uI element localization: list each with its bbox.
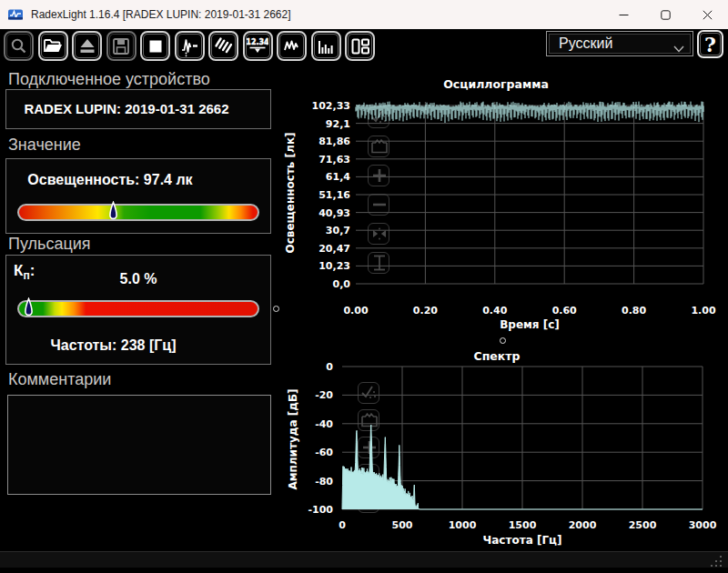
value-section-label: Значение [8, 136, 81, 154]
device-section-label: Подключенное устройство [8, 70, 210, 88]
oscillogram-ylabel: Освещенность [лк] [284, 132, 297, 253]
toolbar-layout-panels-button[interactable] [345, 31, 375, 61]
oscillogram-xtick: 0.80 [622, 305, 646, 317]
oscillogram-chart[interactable]: 102,3392,181,8671,6361,451,1640,9330,720… [282, 71, 721, 338]
spectrum-xtick: 1000 [449, 519, 477, 531]
oscillogram-title: Осциллограмма [443, 77, 549, 91]
oscillogram-ytick: 0,0 [333, 278, 351, 290]
minimize-button[interactable] [602, 0, 644, 29]
oscillogram-xtick: 1.00 [691, 305, 715, 317]
oscillogram-ytick: 61,4 [326, 171, 350, 183]
spectrum-xtick: 500 [392, 519, 413, 531]
spectrum-xtick: 2000 [569, 519, 597, 531]
splitter-dot [273, 306, 279, 312]
toolbar-zoom-window-button[interactable] [4, 31, 34, 61]
language-dropdown[interactable]: Русский [546, 31, 693, 56]
spectrum-xtick: 1500 [509, 519, 537, 531]
maximize-button[interactable] [644, 0, 686, 29]
titlebar: RadexLight 1.16.4 [RADEX LUPIN: 2019-01-… [0, 0, 728, 29]
chevron-down-icon [673, 40, 684, 56]
splitter-dot [500, 337, 506, 344]
illuminance-marker [108, 201, 118, 224]
pulsation-scale-bar [17, 300, 259, 317]
oscillogram-ytick: 10,23 [318, 260, 350, 272]
value-panel: Освещенность: 97.4 лк [5, 158, 271, 234]
oscillogram-ytick: 40,93 [318, 207, 350, 219]
app-icon [8, 7, 25, 22]
svg-text:12.34: 12.34 [247, 37, 268, 45]
illuminance-scale-bar [17, 204, 259, 221]
spectrum-ytick: -80 [315, 476, 333, 488]
spectrum-ytick: -20 [315, 389, 333, 401]
spectrum-ytick: -40 [315, 418, 333, 430]
toolbar-spectrogram-view-button[interactable] [208, 31, 238, 61]
oscillogram-xtick: 0.60 [552, 305, 577, 317]
oscillogram-ytick: 30,7 [326, 225, 350, 236]
pulsation-marker [24, 297, 34, 320]
spectrum-ytick: 0 [326, 361, 333, 373]
spectrum-xtick: 3000 [689, 519, 717, 531]
window-title: RadexLight 1.16.4 [RADEX LUPIN: 2019-01-… [31, 8, 291, 21]
toolbar-record-trace-button[interactable] [175, 31, 205, 61]
oscillogram-signal [356, 102, 703, 123]
comments-box[interactable] [7, 395, 271, 495]
device-panel: RADEX LUPIN: 2019-01-31 2662 [5, 89, 271, 129]
oscillogram-xtick: 0.20 [413, 305, 438, 317]
oscillogram-ytick: 81,86 [318, 136, 350, 147]
spectrum-ytick: -60 [315, 447, 333, 458]
spectrum-chart[interactable]: 0-20-40-60-80-10005001000150020002500300… [282, 346, 721, 557]
pulsation-panel: Кп: 5.0 % Частоты: 238 [Гц] [5, 255, 271, 365]
oscillogram-ytick: 20,47 [318, 243, 350, 255]
toolbar-open-file-button[interactable] [38, 31, 68, 61]
oscillogram-xtick: 0.00 [343, 305, 368, 317]
oscillogram-ytick: 71,63 [318, 154, 350, 166]
spectrum-xtick: 2500 [629, 519, 657, 531]
spectrum-xlabel: Частота [Гц] [483, 534, 562, 547]
language-value: Русский [559, 35, 612, 52]
pulsation-section-label: Пульсация [8, 235, 91, 253]
kp-value: 5.0 % [6, 271, 270, 287]
device-name: RADEX LUPIN: 2019-01-31 2662 [6, 101, 270, 116]
oscillogram-ytick: 51,16 [318, 189, 350, 201]
toolbar-stop-measurement-button[interactable] [140, 31, 170, 61]
toolbar-save-file-button[interactable] [106, 31, 136, 61]
toolbar-eject-device-button[interactable] [72, 31, 102, 61]
oscillogram-ytick: 102,33 [312, 100, 350, 112]
spectrum-xtick: 0 [339, 519, 346, 531]
oscillogram-xlabel: Время [с] [500, 318, 560, 331]
toolbar-measurement-view-button[interactable]: 12.34 [243, 31, 273, 61]
close-button[interactable] [686, 0, 728, 29]
toolbar-spectrum-view-button[interactable] [311, 31, 341, 61]
spectrum-title: Спектр [474, 349, 521, 363]
frequency-value: Частоты: 238 [Гц] [6, 337, 270, 354]
resize-grip-icon[interactable] [711, 555, 723, 571]
spectrum-ytick: -100 [308, 504, 333, 516]
spectrum-ylabel: Амплитуда [дБ] [287, 388, 299, 489]
comments-section-label: Комментарии [8, 370, 111, 388]
oscillogram-xtick: 0.40 [482, 305, 507, 317]
oscillogram-ytick: 92,1 [326, 118, 350, 130]
toolbar-oscillogram-view-button[interactable] [277, 31, 307, 61]
help-button[interactable]: ? [697, 30, 723, 58]
illuminance-reading: Освещенность: 97.4 лк [6, 172, 270, 188]
